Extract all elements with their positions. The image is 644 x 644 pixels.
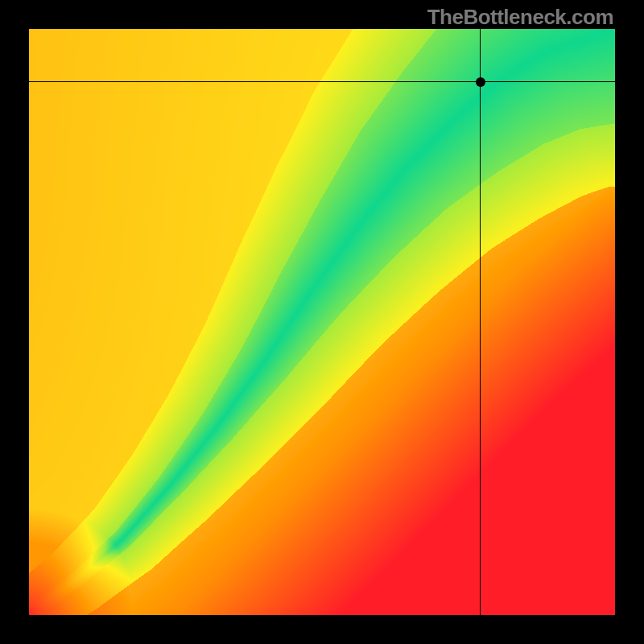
- watermark-label: TheBottleneck.com: [427, 5, 613, 30]
- crosshair-vertical: [480, 29, 481, 615]
- chart-frame: TheBottleneck.com: [0, 0, 644, 644]
- crosshair-horizontal: [29, 81, 615, 82]
- plot-area: [29, 29, 615, 615]
- selection-marker: [476, 77, 485, 87]
- heatmap-canvas: [29, 29, 615, 615]
